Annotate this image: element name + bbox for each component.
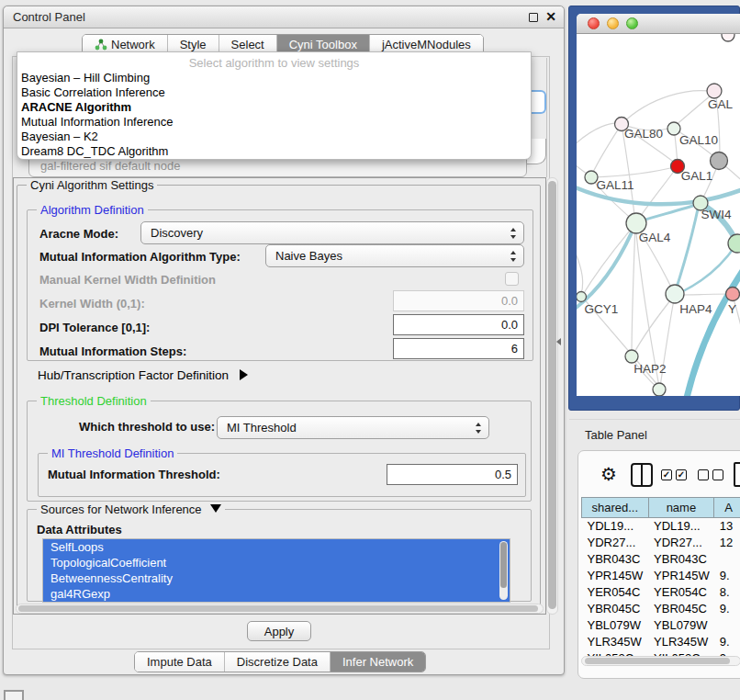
- attribute-list-item[interactable]: TopologicalCoefficient: [43, 555, 510, 570]
- network-node[interactable]: [722, 34, 734, 41]
- settings-horizontal-scrollbar[interactable]: [16, 604, 544, 614]
- table-row[interactable]: YDL19...YDL19...13: [582, 518, 740, 535]
- attributes-scrollbar[interactable]: [499, 541, 508, 600]
- table-cell: 9.: [714, 634, 740, 650]
- table-row[interactable]: YBR043CYBR043C: [582, 551, 740, 568]
- table-cell: YER054C: [648, 584, 714, 601]
- table-header-row: shared...nameA: [582, 498, 740, 518]
- minimize-traffic-light-icon[interactable]: [607, 17, 619, 29]
- network-window-titlebar[interactable]: [577, 14, 740, 34]
- attribute-list-item[interactable]: SelfLoops: [43, 539, 510, 555]
- mi-steps-value: 6: [511, 342, 518, 356]
- dropdown-item[interactable]: Dream8 DC_TDC Algorithm: [17, 144, 531, 159]
- dropdown-item[interactable]: ARACNE Algorithm: [17, 100, 531, 115]
- table-panel: ⚙ ✓ ✓ shared...nameAYDL19...YDL19...13YD…: [577, 450, 740, 679]
- focused-combo-fragment[interactable]: [531, 90, 546, 114]
- network-canvas[interactable]: GALGAL80GAL10GAL11GAL1SWI4GAL4GCY1HAP4YH…: [577, 34, 740, 396]
- network-node[interactable]: [728, 234, 740, 253]
- table-cell: YPR145W: [582, 568, 649, 584]
- dropdown-item[interactable]: Basic Correlation Inference: [17, 85, 531, 100]
- dpi-tolerance-field[interactable]: 0.0: [393, 314, 524, 335]
- tab-impute-data[interactable]: Impute Data: [135, 652, 225, 672]
- document-icon[interactable]: [734, 462, 740, 487]
- table-cell: YDL19...: [648, 518, 714, 535]
- aracne-mode-combo[interactable]: Discovery: [140, 221, 524, 244]
- deselect-all-checkbox-icon[interactable]: [698, 469, 709, 480]
- network-node-gcy1[interactable]: [577, 292, 587, 302]
- control-panel-window: Control Panel ✕ NetworkStyleSelectCyni T…: [3, 6, 565, 675]
- splitpane-grip-icon[interactable]: [556, 338, 561, 345]
- hidden-groupbox-border: [546, 58, 547, 177]
- gear-icon[interactable]: ⚙: [600, 465, 617, 483]
- network-node-label: GAL80: [624, 127, 663, 141]
- table-cell: YBR043C: [648, 551, 714, 568]
- scrollbar-thumb[interactable]: [18, 605, 538, 612]
- network-node-gal[interactable]: [707, 84, 722, 98]
- collapse-down-icon: [210, 504, 221, 513]
- settings-vertical-scrollbar[interactable]: [546, 177, 558, 615]
- columns-icon[interactable]: [631, 463, 653, 487]
- dropdown-item[interactable]: Mutual Information Inference: [17, 115, 531, 130]
- table-row[interactable]: YPR145WYPR145W9.: [582, 568, 740, 584]
- select-all-checkbox-icon[interactable]: ✓: [661, 469, 672, 480]
- dropdown-item[interactable]: Bayesian – K2: [17, 130, 531, 144]
- deselect-all-checkbox-icon[interactable]: [712, 469, 723, 480]
- network-node-label: GAL11: [596, 178, 633, 192]
- data-attributes-label: Data Attributes: [37, 523, 122, 536]
- threshold-definition-title: Threshold Definition: [37, 394, 151, 408]
- network-node-label: GAL: [708, 97, 734, 111]
- data-attributes-list[interactable]: SelfLoopsTopologicalCoefficientBetweenne…: [42, 538, 510, 603]
- bottom-tab-bar: Impute DataDiscretize DataInfer Network: [134, 651, 426, 672]
- cyni-algorithm-settings-title: Cyni Algorithm Settings: [27, 178, 157, 192]
- minimized-panel-icon[interactable]: [4, 690, 24, 700]
- hub-definition-toggle[interactable]: Hub/Transcription Factor Definition: [38, 368, 248, 382]
- table-horizontal-scrollbar[interactable]: [581, 656, 740, 666]
- table-row[interactable]: YLR345WYLR345W9.: [582, 634, 740, 650]
- attribute-list-item[interactable]: gal4RGexp: [43, 586, 510, 602]
- dropdown-prompt: Select algorithm to view settings: [17, 55, 531, 71]
- table-cell: YBR045C: [648, 601, 714, 617]
- network-node[interactable]: [711, 152, 728, 170]
- table-row[interactable]: YBL079WYBL079W: [582, 617, 740, 634]
- float-window-icon[interactable]: [529, 13, 538, 22]
- network-node-hap2[interactable]: [625, 350, 638, 363]
- dpi-tolerance-label: DPI Tolerance [0,1]:: [39, 321, 150, 334]
- scrollbar-thumb[interactable]: [548, 181, 556, 609]
- table-row[interactable]: YDR27...YDR27...12: [582, 535, 740, 551]
- zoom-traffic-light-icon[interactable]: [626, 17, 638, 29]
- network-node[interactable]: [653, 383, 666, 396]
- scrollbar-thumb[interactable]: [585, 658, 730, 664]
- tab-discretize-data[interactable]: Discretize Data: [225, 652, 331, 672]
- manual-kernel-checkbox[interactable]: [505, 272, 519, 286]
- table-cell: YLR345W: [582, 634, 649, 650]
- table-row[interactable]: YBR045CYBR045C9.: [582, 601, 740, 617]
- node-table[interactable]: shared...nameAYDL19...YDL19...13YDR27...…: [581, 497, 740, 656]
- dpi-tolerance-value: 0.0: [501, 318, 518, 332]
- table-column-header[interactable]: shared...: [582, 498, 649, 518]
- table-column-header[interactable]: name: [648, 498, 714, 518]
- select-all-checkbox-icon[interactable]: ✓: [676, 469, 687, 480]
- network-node-gal10[interactable]: [667, 122, 680, 135]
- close-window-icon[interactable]: ✕: [545, 9, 556, 24]
- table-row[interactable]: YER054CYER054C8.: [582, 584, 740, 601]
- scrollbar-thumb[interactable]: [500, 542, 507, 588]
- which-threshold-combo[interactable]: MI Threshold: [217, 416, 489, 439]
- mi-threshold-field[interactable]: 0.5: [387, 464, 518, 485]
- network-node-hap4[interactable]: [666, 285, 684, 303]
- hub-definition-label: Hub/Transcription Factor Definition: [38, 368, 229, 382]
- apply-button[interactable]: Apply: [247, 621, 311, 641]
- kernel-width-field[interactable]: 0.0: [393, 290, 524, 311]
- mi-type-value: Naive Bayes: [275, 249, 342, 263]
- attribute-list-item[interactable]: BetweennessCentrality: [43, 570, 510, 586]
- table-column-header[interactable]: A: [714, 498, 740, 518]
- network-icon: [95, 39, 107, 51]
- expand-right-icon: [240, 369, 248, 380]
- close-traffic-light-icon[interactable]: [588, 17, 600, 29]
- control-panel-titlebar[interactable]: Control Panel ✕: [4, 6, 564, 28]
- network-node-y[interactable]: [726, 288, 740, 301]
- mi-type-combo[interactable]: Naive Bayes: [265, 244, 524, 267]
- mi-steps-field[interactable]: 6: [393, 338, 524, 359]
- dropdown-item[interactable]: Bayesian – Hill Climbing: [17, 71, 531, 85]
- tab-infer-network[interactable]: Infer Network: [331, 652, 425, 672]
- sources-toggle[interactable]: Sources for Network Inference: [37, 502, 225, 516]
